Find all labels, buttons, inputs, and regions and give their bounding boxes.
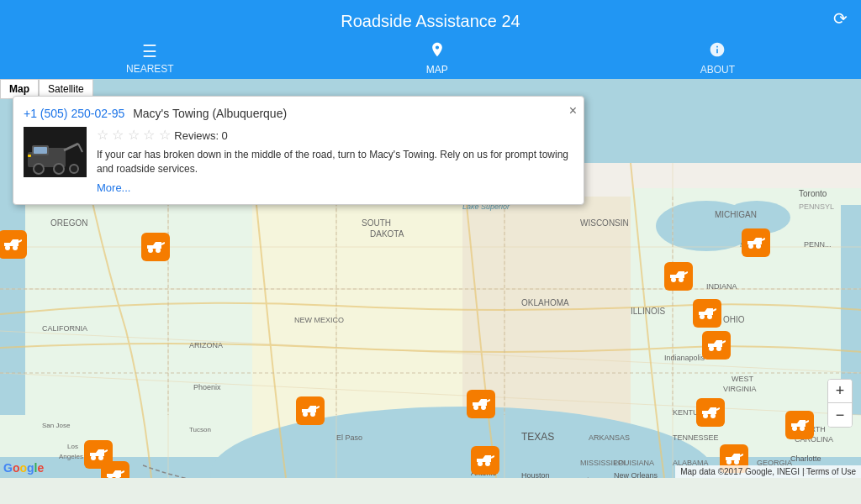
svg-line-102 xyxy=(713,309,716,311)
svg-point-107 xyxy=(310,412,315,417)
svg-text:PENNSYL: PENNSYL xyxy=(799,202,834,211)
marker-illinois[interactable] xyxy=(693,299,723,329)
map-area: OREGON CALIFORNIA ARIZONA Phoenix Tucson… xyxy=(0,79,861,478)
svg-point-100 xyxy=(700,314,705,319)
popup-description: If your car has broken down in the middl… xyxy=(97,148,573,176)
about-icon xyxy=(709,41,726,62)
star-1: ☆ xyxy=(97,127,108,143)
svg-text:SOUTH: SOUTH xyxy=(362,218,391,228)
map-icon xyxy=(429,41,446,62)
popup-phone[interactable]: +1 (505) 250-02-95 xyxy=(24,107,124,120)
svg-point-89 xyxy=(13,245,18,250)
svg-text:MICHIGAN: MICHIGAN xyxy=(715,210,757,219)
svg-text:ARIZONA: ARIZONA xyxy=(189,341,223,349)
svg-rect-80 xyxy=(49,148,66,155)
zoom-in-button[interactable]: + xyxy=(828,380,852,403)
svg-rect-87 xyxy=(28,155,31,157)
svg-text:TEXAS: TEXAS xyxy=(521,431,554,443)
svg-line-105 xyxy=(722,341,726,343)
svg-text:Angeles: Angeles xyxy=(59,453,83,460)
svg-line-93 xyxy=(161,243,165,244)
marker-michigan[interactable] xyxy=(742,228,772,259)
svg-text:San Jose: San Jose xyxy=(42,422,71,429)
popup-more-link[interactable]: More... xyxy=(97,181,573,194)
svg-text:DAKOTA: DAKOTA xyxy=(370,229,404,239)
navigation: ☰ NEAREST MAP ABOUT xyxy=(0,36,861,79)
popup-title: +1 (505) 250-02-95 Macy's Towing (Albuqu… xyxy=(24,107,573,120)
svg-line-111 xyxy=(487,400,490,402)
marker-oklahoma[interactable] xyxy=(467,390,497,420)
svg-point-106 xyxy=(303,412,308,417)
business-popup: × +1 (505) 250-02-95 Macy's Towing (Albu… xyxy=(13,96,584,205)
marker-la-2[interactable] xyxy=(101,461,131,478)
svg-text:Los: Los xyxy=(67,443,78,450)
svg-point-83 xyxy=(54,164,64,174)
svg-text:NEW MEXICO: NEW MEXICO xyxy=(294,316,344,324)
svg-point-94 xyxy=(671,277,676,282)
svg-point-91 xyxy=(148,248,153,253)
attribution-text: Map data ©2017 Google, INEGI xyxy=(680,467,800,476)
svg-point-104 xyxy=(716,346,721,351)
popup-content: ☆ ☆ ☆ ☆ ☆ Reviews: 0 If your car has bro… xyxy=(24,127,573,194)
popup-image xyxy=(24,127,87,177)
svg-text:Houston: Houston xyxy=(521,471,550,478)
marker-tennessee[interactable] xyxy=(696,398,726,428)
nav-about[interactable]: ABOUT xyxy=(667,41,769,76)
svg-point-97 xyxy=(748,244,753,249)
svg-text:Indianapolis: Indianapolis xyxy=(664,354,705,362)
svg-point-119 xyxy=(98,455,103,460)
marker-indiana[interactable] xyxy=(702,331,732,361)
marker-newmexico[interactable] xyxy=(296,396,326,427)
svg-text:Tucson: Tucson xyxy=(189,426,211,433)
nav-nearest-label: NEAREST xyxy=(126,63,174,75)
svg-line-123 xyxy=(121,471,124,473)
svg-point-128 xyxy=(734,459,739,465)
svg-point-125 xyxy=(485,461,490,466)
svg-text:New Orleans: New Orleans xyxy=(614,471,658,478)
star-3: ☆ xyxy=(128,127,140,143)
refresh-button[interactable]: ⟳ xyxy=(833,8,848,29)
marker-greatlakes-1[interactable] xyxy=(664,262,695,292)
marker-carolina[interactable] xyxy=(785,411,816,441)
svg-text:El Paso: El Paso xyxy=(336,433,362,442)
svg-point-103 xyxy=(709,346,714,351)
svg-rect-81 xyxy=(34,147,47,154)
svg-point-95 xyxy=(679,277,684,282)
svg-point-101 xyxy=(707,314,712,319)
marker-california-1[interactable] xyxy=(141,233,172,263)
svg-point-109 xyxy=(473,405,478,410)
svg-point-98 xyxy=(756,244,761,249)
marker-texas[interactable] xyxy=(471,446,501,476)
popup-business-name: Macy's Towing (Albuquerque) xyxy=(133,107,287,120)
svg-line-129 xyxy=(740,454,743,456)
svg-text:ILLINOIS: ILLINOIS xyxy=(631,307,665,316)
svg-point-84 xyxy=(70,165,78,173)
svg-line-108 xyxy=(316,407,320,408)
svg-line-117 xyxy=(806,421,809,423)
map-attribution: Map data ©2017 Google, INEGI | Terms of … xyxy=(675,465,861,478)
svg-point-115 xyxy=(792,426,797,431)
star-rating: ☆ ☆ ☆ ☆ ☆ Reviews: 0 xyxy=(97,127,573,143)
zoom-out-button[interactable]: − xyxy=(828,403,852,427)
svg-text:VIRGINIA: VIRGINIA xyxy=(723,385,757,393)
svg-text:Charlotte: Charlotte xyxy=(790,454,821,463)
nav-nearest[interactable]: ☰ NEAREST xyxy=(92,41,208,76)
terms-link[interactable]: Terms of Use xyxy=(806,467,856,476)
svg-text:WISCONSIN: WISCONSIN xyxy=(580,218,629,228)
marker-left-1[interactable] xyxy=(0,230,29,260)
svg-text:LOUISIANA: LOUISIANA xyxy=(614,459,654,467)
popup-close-button[interactable]: × xyxy=(569,103,577,118)
app-title: Roadside Assistance 24 xyxy=(0,7,861,36)
star-5: ☆ xyxy=(159,127,171,143)
nav-map[interactable]: MAP xyxy=(393,41,482,76)
svg-point-88 xyxy=(5,245,10,250)
svg-text:San: San xyxy=(42,476,54,478)
nav-map-label: MAP xyxy=(426,64,448,76)
svg-text:OREGON: OREGON xyxy=(50,218,87,228)
svg-point-82 xyxy=(34,164,44,174)
svg-line-99 xyxy=(762,239,765,240)
svg-line-114 xyxy=(716,408,720,410)
google-logo: Google xyxy=(3,461,44,475)
app-header: Roadside Assistance 24 ⟳ ☰ NEAREST MAP A… xyxy=(0,0,861,79)
svg-rect-2 xyxy=(0,180,252,457)
